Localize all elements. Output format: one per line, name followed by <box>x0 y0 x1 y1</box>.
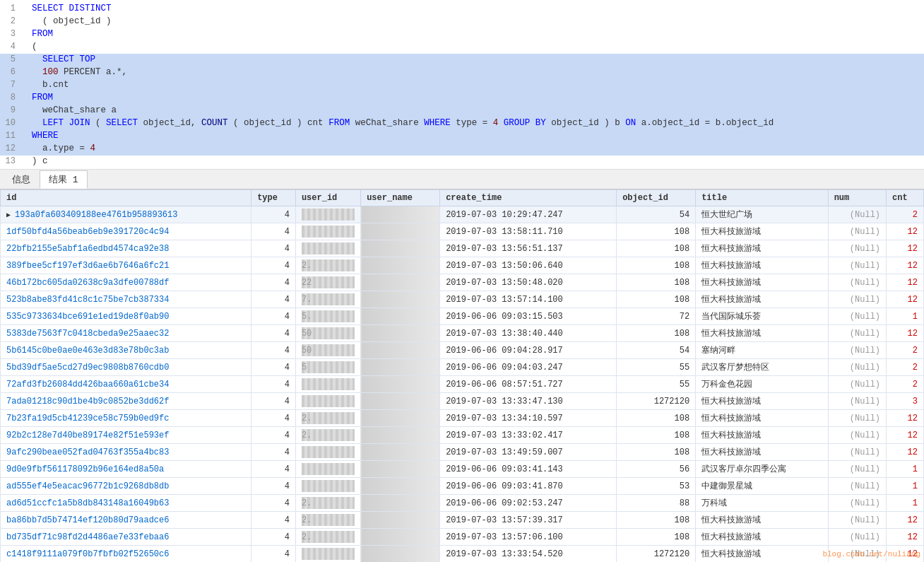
cell-object_id: 88 <box>617 495 696 512</box>
sql-line-2: 2 ( object_id ) <box>0 16 924 28</box>
sql-line-5: 5 SELECT TOP <box>0 54 924 66</box>
cell-id: ad555ef4e5eacac96772b1c9268db8db <box>1 478 251 495</box>
line-content: FROM <box>21 93 924 103</box>
sql-line-13: 13 ) c <box>0 156 924 168</box>
cell-object_id: 1272120 <box>617 546 696 563</box>
cell-type: 4 <box>251 546 296 563</box>
cell-title: 恒大科技旅游域 <box>696 393 829 410</box>
cell-num: (Null) <box>828 393 886 410</box>
line-content: ) c <box>21 156 924 166</box>
tab-0[interactable]: 信息 <box>3 170 40 189</box>
cell-user_id: 7. <box>295 291 360 308</box>
column-header-id: id <box>1 190 251 206</box>
cell-user_name <box>361 240 440 257</box>
cell-id: 9d0e9fbf561178092b96e164ed8a50a <box>1 461 251 478</box>
cell-create_time: 2019-06-06 09:02:53.247 <box>440 495 617 512</box>
watermark: blog.csdn.net/nuliang <box>822 550 920 558</box>
table-row: 9d0e9fbf561178092b96e164ed8a50a42019-06-… <box>1 461 924 478</box>
cell-object_id: 108 <box>617 291 696 308</box>
cell-id: 9afc290beae052fad04763f355a4bc83 <box>1 444 251 461</box>
cell-cnt: 12 <box>887 223 924 240</box>
cell-create_time: 2019-06-06 09:04:28.917 <box>440 342 617 359</box>
cell-num: (Null) <box>828 223 886 240</box>
cell-cnt: 12 <box>887 240 924 257</box>
cell-user_name <box>361 512 440 529</box>
cell-type: 4 <box>251 410 296 427</box>
cell-num: (Null) <box>828 240 886 257</box>
table-row: c1418f9111a079f0b7fbfb02f52650c642019-07… <box>1 546 924 563</box>
sql-line-11: 11 WHERE <box>0 130 924 143</box>
cell-user_id: 2. <box>295 257 360 274</box>
tab-1[interactable]: 结果 1 <box>40 170 88 189</box>
table-row: 92b2c128e7d40be89174e82f51e593ef42.2019-… <box>1 427 924 444</box>
cell-create_time: 2019-07-03 13:50:48.020 <box>440 274 617 291</box>
cell-num: (Null) <box>828 325 886 342</box>
cell-user_id <box>295 461 360 478</box>
cell-title: 中建御景星城 <box>696 478 829 495</box>
cell-num: (Null) <box>828 308 886 325</box>
cell-title: 当代国际城乐荟 <box>696 308 829 325</box>
cell-num: (Null) <box>828 512 886 529</box>
cell-user_id: 50 <box>295 325 360 342</box>
cell-id: 389fbee5cf197ef3d6ae6b7646a6fc21 <box>1 257 251 274</box>
sql-editor: 1 SELECT DISTINCT2 ( object_id )3 FROM4 … <box>0 0 924 170</box>
cell-num: (Null) <box>828 206 886 223</box>
cell-type: 4 <box>251 257 296 274</box>
cell-create_time: 2019-07-03 13:38:40.440 <box>440 325 617 342</box>
cell-cnt: 1 <box>887 461 924 478</box>
cell-user_id <box>295 393 360 410</box>
cell-id: ba86bb7d5b74714ef120b80d79aadce6 <box>1 512 251 529</box>
cell-title: 万科金色花园 <box>696 376 829 393</box>
row-indicator: ▶ <box>6 211 15 219</box>
cell-id: 7ada01218c90d1be4b9c0852be3dd62f <box>1 393 251 410</box>
cell-user_id: 5. <box>295 308 360 325</box>
cell-user_name <box>361 495 440 512</box>
sql-line-7: 7 b.cnt <box>0 79 924 92</box>
line-content: LEFT JOIN ( SELECT object_id, COUNT ( ob… <box>21 118 924 128</box>
cell-create_time: 2019-06-06 09:03:15.503 <box>440 308 617 325</box>
cell-user_name <box>361 206 440 223</box>
cell-title: 恒大科技旅游域 <box>696 240 829 257</box>
cell-user_id: 22 <box>295 274 360 291</box>
cell-num: (Null) <box>828 342 886 359</box>
cell-create_time: 2019-07-03 13:33:02.417 <box>440 427 617 444</box>
cell-object_id: 108 <box>617 274 696 291</box>
column-header-create_time: create_time <box>440 190 617 206</box>
line-number: 12 <box>0 144 21 153</box>
line-number: 3 <box>0 29 21 39</box>
table-row: ad6d51ccfc1a5b8db843148a16049b6342.2019-… <box>1 495 924 512</box>
column-header-title: title <box>696 190 829 206</box>
cell-id: 92b2c128e7d40be89174e82f51e593ef <box>1 427 251 444</box>
cell-user_id: 2. <box>295 529 360 546</box>
cell-user_id <box>295 223 360 240</box>
line-number: 11 <box>0 131 21 141</box>
cell-type: 4 <box>251 223 296 240</box>
sql-line-4: 4 ( <box>0 41 924 54</box>
cell-cnt: 1 <box>887 478 924 495</box>
line-number: 7 <box>0 80 21 90</box>
cell-type: 4 <box>251 308 296 325</box>
cell-create_time: 2019-07-03 13:49:59.007 <box>440 444 617 461</box>
cell-type: 4 <box>251 325 296 342</box>
table-row: 9afc290beae052fad04763f355a4bc8342019-07… <box>1 444 924 461</box>
results-area[interactable]: idtypeuser_iduser_namecreate_timeobject_… <box>0 189 924 562</box>
cell-cnt: 12 <box>887 410 924 427</box>
table-row: bd735df71c98fd2d4486ae7e33febaa642.2019-… <box>1 529 924 546</box>
cell-user_id: 2. <box>295 427 360 444</box>
cell-title: 恒大科技旅游域 <box>696 444 829 461</box>
cell-type: 4 <box>251 342 296 359</box>
cell-create_time: 2019-06-06 09:04:03.247 <box>440 359 617 376</box>
cell-type: 4 <box>251 359 296 376</box>
cell-user_name <box>361 478 440 495</box>
cell-type: 4 <box>251 376 296 393</box>
table-row: 389fbee5cf197ef3d6ae6b7646a6fc2142.2019-… <box>1 257 924 274</box>
cell-type: 4 <box>251 512 296 529</box>
cell-type: 4 <box>251 529 296 546</box>
cell-cnt: 12 <box>887 512 924 529</box>
cell-object_id: 55 <box>617 376 696 393</box>
cell-create_time: 2019-06-06 09:03:41.870 <box>440 478 617 495</box>
column-header-cnt: cnt <box>887 190 924 206</box>
cell-num: (Null) <box>828 529 886 546</box>
results-table: idtypeuser_iduser_namecreate_timeobject_… <box>0 189 924 562</box>
cell-cnt: 1 <box>887 495 924 512</box>
